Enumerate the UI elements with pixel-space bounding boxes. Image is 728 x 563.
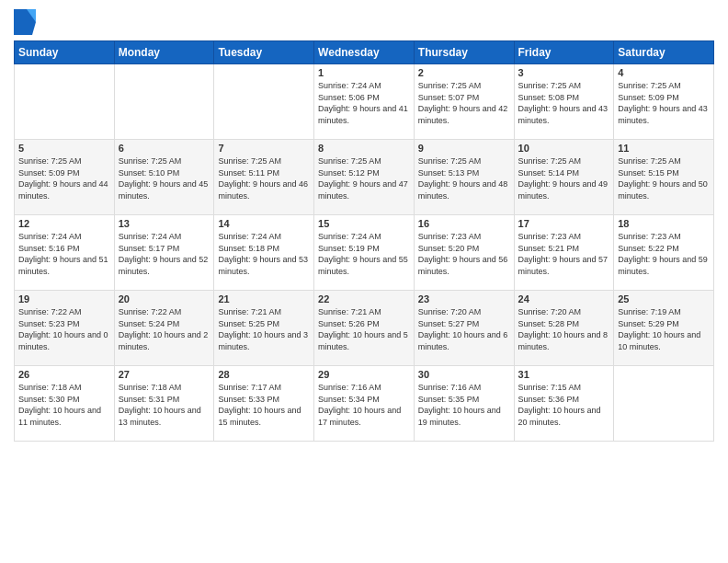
day-info: Sunrise: 7:24 AM Sunset: 5:06 PM Dayligh… <box>318 80 410 126</box>
day-number: 20 <box>119 293 210 304</box>
calendar-cell <box>614 366 714 442</box>
page: SundayMondayTuesdayWednesdayThursdayFrid… <box>0 0 728 563</box>
calendar-cell: 21Sunrise: 7:21 AM Sunset: 5:25 PM Dayli… <box>214 291 314 366</box>
calendar-cell: 29Sunrise: 7:16 AM Sunset: 5:34 PM Dayli… <box>314 366 415 442</box>
day-info: Sunrise: 7:22 AM Sunset: 5:24 PM Dayligh… <box>119 306 210 352</box>
day-number: 19 <box>18 293 110 304</box>
calendar-cell: 14Sunrise: 7:24 AM Sunset: 5:18 PM Dayli… <box>214 215 314 291</box>
day-number: 9 <box>418 143 510 154</box>
day-info: Sunrise: 7:25 AM Sunset: 5:08 PM Dayligh… <box>518 80 610 126</box>
day-number: 11 <box>618 143 710 154</box>
calendar-day-header: Sunday <box>15 41 115 64</box>
day-number: 16 <box>418 218 510 229</box>
logo-icon <box>14 9 36 35</box>
calendar-cell: 16Sunrise: 7:23 AM Sunset: 5:20 PM Dayli… <box>414 215 514 291</box>
day-number: 31 <box>518 369 610 380</box>
day-info: Sunrise: 7:20 AM Sunset: 5:28 PM Dayligh… <box>518 306 610 352</box>
day-number: 30 <box>418 369 510 380</box>
day-info: Sunrise: 7:25 AM Sunset: 5:12 PM Dayligh… <box>318 155 410 201</box>
calendar-week-row: 12Sunrise: 7:24 AM Sunset: 5:16 PM Dayli… <box>15 215 714 291</box>
day-info: Sunrise: 7:18 AM Sunset: 5:31 PM Dayligh… <box>119 382 210 428</box>
calendar-cell <box>15 64 115 140</box>
calendar-cell: 8Sunrise: 7:25 AM Sunset: 5:12 PM Daylig… <box>314 140 415 215</box>
day-info: Sunrise: 7:19 AM Sunset: 5:29 PM Dayligh… <box>618 306 710 352</box>
day-info: Sunrise: 7:25 AM Sunset: 5:15 PM Dayligh… <box>618 155 710 201</box>
calendar-cell: 22Sunrise: 7:21 AM Sunset: 5:26 PM Dayli… <box>314 291 415 366</box>
day-number: 8 <box>318 143 410 154</box>
day-info: Sunrise: 7:22 AM Sunset: 5:23 PM Dayligh… <box>18 306 110 352</box>
calendar-cell: 13Sunrise: 7:24 AM Sunset: 5:17 PM Dayli… <box>114 215 214 291</box>
day-number: 7 <box>218 143 310 154</box>
calendar-cell <box>214 64 314 140</box>
day-info: Sunrise: 7:24 AM Sunset: 5:16 PM Dayligh… <box>18 231 110 277</box>
day-number: 18 <box>618 218 710 229</box>
header <box>14 9 714 35</box>
day-info: Sunrise: 7:25 AM Sunset: 5:14 PM Dayligh… <box>518 155 610 201</box>
day-number: 28 <box>218 369 310 380</box>
day-number: 6 <box>119 143 210 154</box>
calendar-cell: 3Sunrise: 7:25 AM Sunset: 5:08 PM Daylig… <box>514 64 614 140</box>
day-info: Sunrise: 7:25 AM Sunset: 5:13 PM Dayligh… <box>418 155 510 201</box>
logo <box>14 9 40 35</box>
day-info: Sunrise: 7:25 AM Sunset: 5:11 PM Dayligh… <box>218 155 310 201</box>
day-number: 25 <box>618 293 710 304</box>
day-info: Sunrise: 7:23 AM Sunset: 5:21 PM Dayligh… <box>518 231 610 277</box>
day-info: Sunrise: 7:18 AM Sunset: 5:30 PM Dayligh… <box>18 382 110 428</box>
calendar-cell: 11Sunrise: 7:25 AM Sunset: 5:15 PM Dayli… <box>614 140 714 215</box>
calendar-day-header: Monday <box>114 41 214 64</box>
day-info: Sunrise: 7:21 AM Sunset: 5:25 PM Dayligh… <box>218 306 310 352</box>
day-info: Sunrise: 7:24 AM Sunset: 5:17 PM Dayligh… <box>119 231 210 277</box>
day-info: Sunrise: 7:20 AM Sunset: 5:27 PM Dayligh… <box>418 306 510 352</box>
calendar-cell: 30Sunrise: 7:16 AM Sunset: 5:35 PM Dayli… <box>414 366 514 442</box>
calendar-day-header: Wednesday <box>314 41 415 64</box>
calendar-cell: 4Sunrise: 7:25 AM Sunset: 5:09 PM Daylig… <box>614 64 714 140</box>
calendar-cell: 23Sunrise: 7:20 AM Sunset: 5:27 PM Dayli… <box>414 291 514 366</box>
day-info: Sunrise: 7:25 AM Sunset: 5:10 PM Dayligh… <box>119 155 210 201</box>
day-number: 13 <box>119 218 210 229</box>
day-number: 5 <box>18 143 110 154</box>
day-number: 21 <box>218 293 310 304</box>
calendar-cell: 2Sunrise: 7:25 AM Sunset: 5:07 PM Daylig… <box>414 64 514 140</box>
day-info: Sunrise: 7:25 AM Sunset: 5:07 PM Dayligh… <box>418 80 510 126</box>
day-number: 24 <box>518 293 610 304</box>
day-info: Sunrise: 7:25 AM Sunset: 5:09 PM Dayligh… <box>618 80 710 126</box>
day-number: 4 <box>618 67 710 78</box>
day-number: 29 <box>318 369 410 380</box>
day-number: 1 <box>318 67 410 78</box>
day-info: Sunrise: 7:24 AM Sunset: 5:18 PM Dayligh… <box>218 231 310 277</box>
calendar-cell: 19Sunrise: 7:22 AM Sunset: 5:23 PM Dayli… <box>15 291 115 366</box>
calendar-cell: 31Sunrise: 7:15 AM Sunset: 5:36 PM Dayli… <box>514 366 614 442</box>
calendar-table: SundayMondayTuesdayWednesdayThursdayFrid… <box>14 40 714 442</box>
calendar-cell: 10Sunrise: 7:25 AM Sunset: 5:14 PM Dayli… <box>514 140 614 215</box>
calendar-cell: 26Sunrise: 7:18 AM Sunset: 5:30 PM Dayli… <box>15 366 115 442</box>
calendar-cell: 9Sunrise: 7:25 AM Sunset: 5:13 PM Daylig… <box>414 140 514 215</box>
day-info: Sunrise: 7:23 AM Sunset: 5:22 PM Dayligh… <box>618 231 710 277</box>
calendar-cell: 1Sunrise: 7:24 AM Sunset: 5:06 PM Daylig… <box>314 64 415 140</box>
calendar-day-header: Saturday <box>614 41 714 64</box>
day-number: 22 <box>318 293 410 304</box>
day-number: 27 <box>119 369 210 380</box>
day-info: Sunrise: 7:24 AM Sunset: 5:19 PM Dayligh… <box>318 231 410 277</box>
day-number: 23 <box>418 293 510 304</box>
calendar-week-row: 26Sunrise: 7:18 AM Sunset: 5:30 PM Dayli… <box>15 366 714 442</box>
day-number: 3 <box>518 67 610 78</box>
calendar-header-row: SundayMondayTuesdayWednesdayThursdayFrid… <box>15 41 714 64</box>
day-number: 10 <box>518 143 610 154</box>
day-info: Sunrise: 7:17 AM Sunset: 5:33 PM Dayligh… <box>218 382 310 428</box>
calendar-cell: 15Sunrise: 7:24 AM Sunset: 5:19 PM Dayli… <box>314 215 415 291</box>
calendar-day-header: Thursday <box>414 41 514 64</box>
calendar-cell: 20Sunrise: 7:22 AM Sunset: 5:24 PM Dayli… <box>114 291 214 366</box>
day-info: Sunrise: 7:21 AM Sunset: 5:26 PM Dayligh… <box>318 306 410 352</box>
calendar-day-header: Tuesday <box>214 41 314 64</box>
calendar-cell: 6Sunrise: 7:25 AM Sunset: 5:10 PM Daylig… <box>114 140 214 215</box>
calendar-cell: 28Sunrise: 7:17 AM Sunset: 5:33 PM Dayli… <box>214 366 314 442</box>
calendar-cell: 12Sunrise: 7:24 AM Sunset: 5:16 PM Dayli… <box>15 215 115 291</box>
calendar-cell: 24Sunrise: 7:20 AM Sunset: 5:28 PM Dayli… <box>514 291 614 366</box>
day-info: Sunrise: 7:16 AM Sunset: 5:34 PM Dayligh… <box>318 382 410 428</box>
calendar-day-header: Friday <box>514 41 614 64</box>
day-number: 12 <box>18 218 110 229</box>
calendar-cell: 18Sunrise: 7:23 AM Sunset: 5:22 PM Dayli… <box>614 215 714 291</box>
calendar-cell: 17Sunrise: 7:23 AM Sunset: 5:21 PM Dayli… <box>514 215 614 291</box>
day-info: Sunrise: 7:23 AM Sunset: 5:20 PM Dayligh… <box>418 231 510 277</box>
day-info: Sunrise: 7:16 AM Sunset: 5:35 PM Dayligh… <box>418 382 510 428</box>
